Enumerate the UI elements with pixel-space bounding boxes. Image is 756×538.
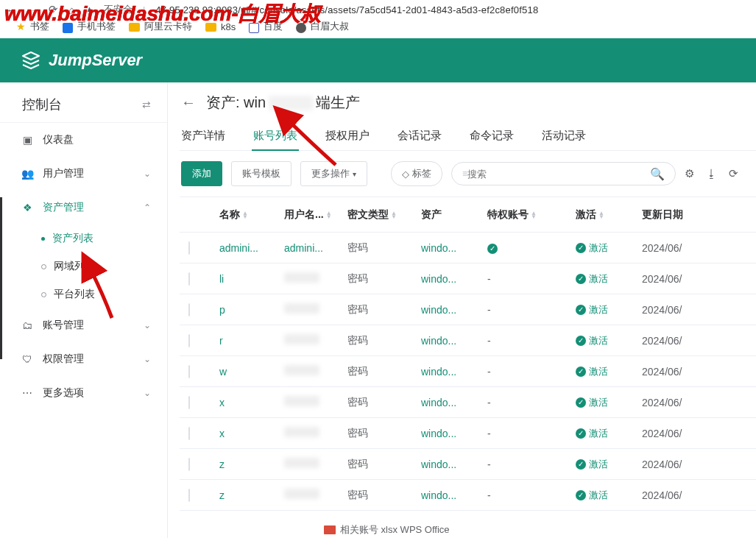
back-icon[interactable]: ← — [181, 94, 196, 111]
search-input[interactable] — [467, 169, 650, 180]
col-priv[interactable]: 特权账号▲▼ — [487, 208, 576, 222]
more-actions-button[interactable]: 更多操作▾ — [300, 161, 367, 186]
search-box[interactable]: ≡ 🔍 — [451, 162, 676, 185]
cell-name[interactable]: li — [219, 273, 284, 285]
check-icon: ✓ — [576, 274, 586, 284]
tab-activity[interactable]: 活动记录 — [542, 129, 586, 150]
row-checkbox[interactable] — [188, 396, 190, 409]
row-checkbox[interactable] — [188, 303, 190, 316]
tag-button[interactable]: ◇标签 — [391, 161, 442, 186]
sidebar-sub-platform-list[interactable]: 平台列表 — [41, 280, 167, 308]
cell-asset[interactable]: windo... — [421, 366, 487, 378]
active-badge: ✓ 激活 — [576, 241, 642, 255]
tag-icon: ◇ — [402, 169, 409, 180]
sidebar-item-label: 更多选项 — [34, 386, 144, 400]
cell-name[interactable]: z — [219, 489, 284, 501]
sidebar: 控制台 ⇄ ▣ 仪表盘 👥 用户管理 ⌄ ❖ 资产管理 ⌃ 资产列表 网域列表 … — [0, 82, 168, 538]
col-label: 密文类型 — [347, 208, 389, 222]
cell-secret: 密码 — [347, 458, 421, 471]
sidebar-item-perms[interactable]: 🛡 权限管理 ⌄ — [0, 342, 167, 376]
breadcrumb-prefix: 资产: win — [206, 93, 266, 113]
sidebar-sub-asset-list[interactable]: 资产列表 — [41, 224, 167, 252]
col-secret[interactable]: 密文类型▲▼ — [347, 208, 421, 222]
cell-secret: 密码 — [347, 334, 421, 347]
cell-secret: 密码 — [347, 303, 421, 316]
footer-hint-label: 相关账号 xlsx WPS Office — [340, 523, 450, 537]
tab-commands[interactable]: 命令记录 — [470, 129, 514, 150]
cell-updated: 2024/06/ — [642, 428, 713, 439]
cell-asset[interactable]: windo... — [421, 242, 487, 254]
users-icon: 👥 — [21, 168, 34, 180]
tab-bar: 资产详情 账号列表 授权用户 会话记录 命令记录 活动记录 — [180, 120, 756, 151]
sidebar-item-users[interactable]: 👥 用户管理 ⌄ — [0, 157, 167, 191]
row-checkbox[interactable] — [188, 334, 190, 347]
col-active[interactable]: 激活▲▼ — [576, 208, 642, 222]
cell-asset[interactable]: windo... — [421, 428, 487, 439]
table-row: x密码windo...-✓ 激活2024/06/ — [180, 418, 756, 449]
cell-asset[interactable]: windo... — [421, 273, 487, 285]
row-checkbox[interactable] — [188, 272, 190, 286]
cell-asset[interactable]: windo... — [421, 397, 487, 408]
cell-name[interactable]: admini... — [219, 242, 284, 254]
chevron-down-icon: ⌄ — [144, 354, 151, 364]
cell-name[interactable]: p — [219, 304, 284, 316]
search-icon[interactable]: 🔍 — [650, 167, 665, 181]
download-icon[interactable]: ⭳ — [706, 167, 717, 180]
cell-asset[interactable]: windo... — [421, 335, 487, 347]
active-badge: ✓ 激活 — [576, 427, 642, 440]
cell-asset[interactable]: windo... — [421, 459, 487, 470]
tab-authusers[interactable]: 授权用户 — [325, 129, 370, 150]
col-user[interactable]: 用户名...▲▼ — [284, 208, 347, 222]
sidebar-item-label: 资产管理 — [34, 201, 144, 214]
tab-accounts[interactable]: 账号列表 — [253, 129, 297, 150]
row-checkbox[interactable] — [188, 241, 190, 255]
sidebar-item-label: 权限管理 — [34, 353, 144, 366]
table-row: p密码windo...-✓ 激活2024/06/ — [180, 294, 756, 325]
chevron-down-icon: ⌄ — [144, 320, 151, 330]
tab-sessions[interactable]: 会话记录 — [398, 129, 442, 150]
sidebar-item-more[interactable]: ⋯ 更多选项 ⌄ — [0, 376, 167, 410]
cell-asset[interactable]: windo... — [421, 304, 487, 316]
col-name[interactable]: 名称▲▼ — [219, 208, 284, 222]
add-button[interactable]: 添加 — [181, 161, 222, 186]
row-checkbox[interactable] — [188, 489, 190, 502]
swap-icon[interactable]: ⇄ — [142, 99, 151, 110]
sidebar-accent — [0, 197, 2, 359]
row-checkbox[interactable] — [188, 365, 190, 378]
cell-name[interactable]: x — [219, 397, 284, 408]
priv-dash: - — [487, 489, 491, 501]
cell-name[interactable]: r — [219, 335, 284, 347]
check-icon: ✓ — [576, 397, 586, 408]
tab-detail[interactable]: 资产详情 — [181, 129, 225, 150]
sidebar-item-label: 用户管理 — [34, 167, 144, 180]
cell-name[interactable]: w — [219, 366, 284, 378]
sidebar-sub-domain-list[interactable]: 网域列表 — [41, 252, 167, 280]
redacted-text — [284, 334, 319, 344]
cell-name[interactable]: z — [219, 459, 284, 470]
row-checkbox[interactable] — [188, 458, 190, 471]
cell-asset[interactable]: windo... — [421, 489, 487, 501]
sort-icon: ▲▼ — [326, 211, 332, 219]
table-row: z密码windo...-✓ 激活2024/06/ — [180, 480, 756, 511]
check-icon: ✓ — [576, 459, 586, 470]
redacted-text — [284, 272, 319, 283]
table-row: z密码windo...-✓ 激活2024/06/ — [180, 449, 756, 480]
col-updated: 更新日期 — [642, 208, 713, 222]
cell-name[interactable]: x — [219, 428, 284, 439]
watermark-text: www.baimeidashu.com-白眉大叔 — [4, 0, 321, 28]
template-button[interactable]: 账号模板 — [231, 161, 292, 186]
gear-icon[interactable]: ⚙ — [685, 167, 694, 180]
breadcrumb: ← 资产: win 端生产 — [180, 93, 756, 120]
cell-updated: 2024/06/ — [642, 335, 713, 347]
sidebar-item-accounts[interactable]: 🗂 账号管理 ⌄ — [0, 308, 167, 342]
cell-user[interactable]: admini... — [284, 242, 323, 254]
redacted-text — [284, 458, 319, 468]
chevron-up-icon: ⌃ — [144, 202, 151, 213]
sidebar-item-assets[interactable]: ❖ 资产管理 ⌃ — [0, 191, 167, 224]
sidebar-item-dashboard[interactable]: ▣ 仪表盘 — [0, 123, 167, 157]
cell-secret: 密码 — [347, 396, 421, 409]
accounts-table: 名称▲▼ 用户名...▲▼ 密文类型▲▼ 资产 特权账号▲▼ 激活▲▼ 更新日期… — [180, 197, 756, 511]
app-logo[interactable]: JumpServer — [21, 50, 142, 71]
row-checkbox[interactable] — [188, 427, 190, 440]
refresh-icon[interactable]: ⟳ — [729, 167, 738, 180]
